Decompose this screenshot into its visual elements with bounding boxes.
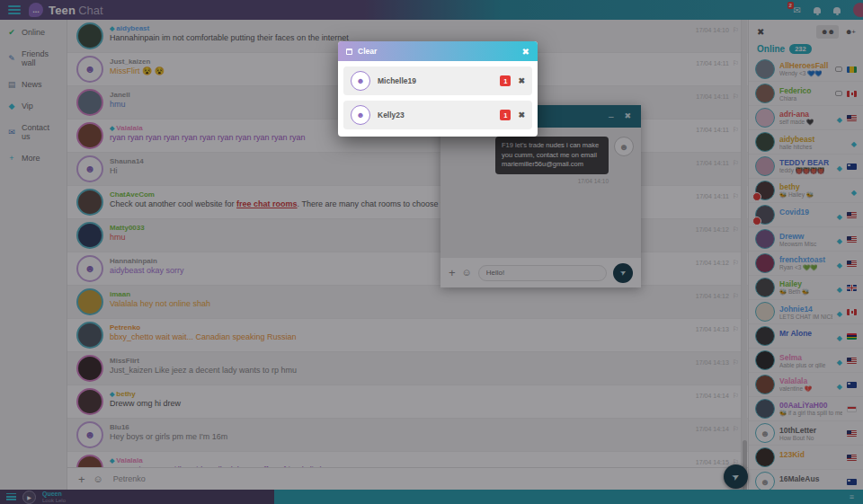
teen-chat-app: ... Teen Chat ✉2 ✔ Online ✎ Friends wall <box>0 0 863 504</box>
user-avatar <box>351 71 370 91</box>
modal-body: Michelle19 1 ✖ Kelly23 1 ✖ <box>338 61 538 137</box>
user-avatar <box>351 105 370 125</box>
modal-close-icon[interactable]: ✖ <box>522 47 529 57</box>
conversation-username: Kelly23 <box>378 111 493 119</box>
modal-title: Clear <box>358 47 522 56</box>
unread-count-badge: 1 <box>500 110 511 120</box>
remove-conversation-icon[interactable]: ✖ <box>518 76 525 85</box>
conversation-list-item[interactable]: Kelly23 1 ✖ <box>343 101 532 129</box>
clear-conversations-modal: Clear ✖ Michelle19 1 ✖ Kelly23 1 ✖ <box>338 41 538 137</box>
unread-count-badge: 1 <box>500 75 511 86</box>
trash-icon <box>346 49 352 55</box>
conversation-username: Michelle19 <box>378 76 493 85</box>
conversation-list-item[interactable]: Michelle19 1 ✖ <box>343 66 532 95</box>
modal-header: Clear ✖ <box>338 41 538 61</box>
remove-conversation-icon[interactable]: ✖ <box>518 111 525 119</box>
